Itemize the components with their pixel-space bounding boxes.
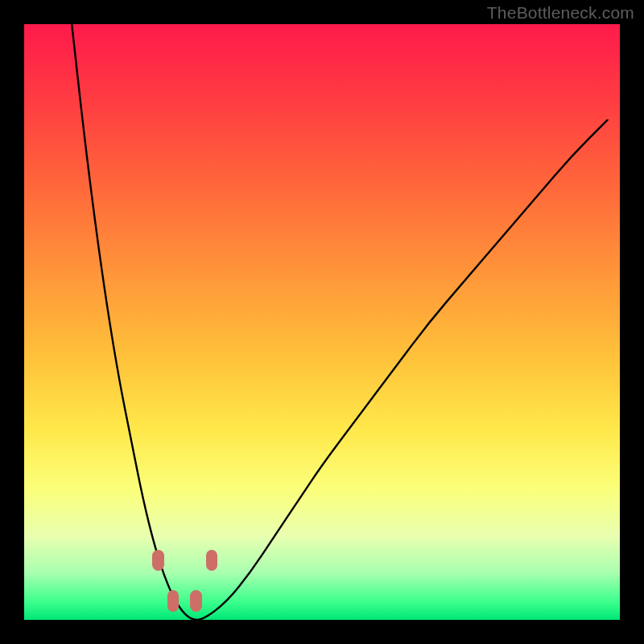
marker-dot <box>206 550 218 572</box>
marker-dot <box>167 590 180 612</box>
plot-area <box>24 24 620 620</box>
outer-frame: TheBottleneck.com <box>0 0 644 644</box>
marker-dot <box>190 590 202 612</box>
marker-dot <box>152 550 164 572</box>
watermark-text: TheBottleneck.com <box>487 3 634 23</box>
minimum-markers <box>24 24 620 620</box>
